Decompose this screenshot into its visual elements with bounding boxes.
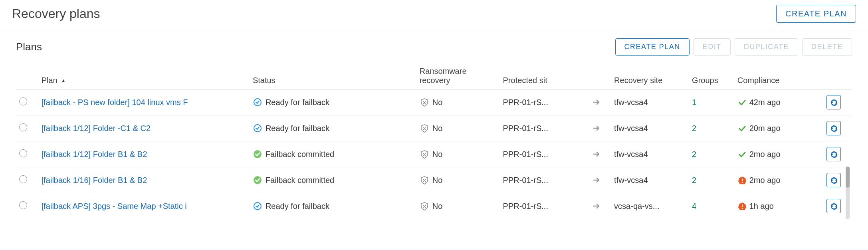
compliance-text: 42m ago xyxy=(749,98,781,107)
recovery-site: tfw-vcsa4 xyxy=(614,98,648,107)
plan-link[interactable]: [failback 1/16] Folder B1 & B2 xyxy=(42,176,147,185)
ransomware-text: No xyxy=(432,98,443,107)
arrow-right-icon xyxy=(592,97,601,107)
row-radio[interactable] xyxy=(19,149,27,157)
ransomware-text: No xyxy=(432,150,443,159)
refresh-button[interactable] xyxy=(826,199,841,213)
protected-site: PPR-01-rS... xyxy=(503,150,548,159)
refresh-button[interactable] xyxy=(826,147,841,161)
ransomware-text: No xyxy=(432,202,443,211)
status-text: Ready for failback xyxy=(266,124,329,133)
compliance-text: 2mo ago xyxy=(749,176,781,185)
refresh-icon xyxy=(829,98,838,107)
shield-x-icon xyxy=(420,175,429,185)
committed-icon xyxy=(253,149,262,159)
row-radio[interactable] xyxy=(19,97,27,105)
compliance-text: 1h ago xyxy=(749,202,774,211)
duplicate-button[interactable]: DUPLICATE xyxy=(735,38,798,56)
recovery-site: tfw-vcsa4 xyxy=(614,124,648,133)
col-groups[interactable]: Groups xyxy=(689,63,734,89)
col-protected[interactable]: Protected sit xyxy=(500,63,589,89)
col-refresh xyxy=(823,63,852,89)
col-plan[interactable]: Plan ▲ xyxy=(38,63,250,89)
check-ok-icon xyxy=(737,124,746,133)
ready-icon xyxy=(253,97,262,107)
table-row: [failback 1/12] Folder -C1 & C2 Ready fo… xyxy=(16,115,852,141)
groups-count[interactable]: 2 xyxy=(692,150,696,159)
protected-site: PPR-01-rS... xyxy=(503,98,548,107)
panel-title: Plans xyxy=(16,41,42,53)
refresh-button[interactable] xyxy=(826,173,841,187)
shield-x-icon xyxy=(420,201,429,211)
alert-icon xyxy=(737,176,746,185)
shield-x-icon xyxy=(420,123,429,133)
ransomware-text: No xyxy=(432,176,443,185)
create-plan-button[interactable]: CREATE PLAN xyxy=(615,38,690,56)
plan-link[interactable]: [failback 1/12] Folder -C1 & C2 xyxy=(42,124,151,133)
recovery-site: tfw-vcsa4 xyxy=(614,176,648,185)
edit-button[interactable]: EDIT xyxy=(694,38,731,56)
ready-icon xyxy=(253,201,262,211)
table-row: [failback APS] 3pgs - Same Map +Static i… xyxy=(16,193,852,219)
groups-count[interactable]: 2 xyxy=(692,124,696,133)
page-title: Recovery plans xyxy=(12,6,100,21)
refresh-icon xyxy=(829,202,838,210)
protected-site: PPR-01-rS... xyxy=(503,202,548,210)
col-recovery[interactable]: Recovery site xyxy=(611,63,689,89)
panel-actions: CREATE PLAN EDIT DUPLICATE DELETE xyxy=(615,38,852,56)
compliance-text: 20m ago xyxy=(749,124,781,133)
refresh-icon xyxy=(829,150,838,159)
col-compliance[interactable]: Compliance xyxy=(734,63,823,89)
arrow-right-icon xyxy=(592,123,601,133)
arrow-right-icon xyxy=(592,149,601,159)
plan-link[interactable]: [failback APS] 3pgs - Same Map +Static i xyxy=(42,202,187,210)
refresh-button[interactable] xyxy=(826,95,841,109)
groups-count[interactable]: 2 xyxy=(692,176,696,185)
col-select xyxy=(16,63,38,89)
table-row: [failback 1/12] Folder B1 & B2 Failback … xyxy=(16,141,852,167)
col-arrow xyxy=(589,63,611,89)
plan-link[interactable]: [failback 1/12] Folder B1 & B2 xyxy=(42,150,147,159)
arrow-right-icon xyxy=(592,175,601,185)
arrow-right-icon xyxy=(592,201,601,211)
page-header: Recovery plans CREATE PLAN xyxy=(0,0,868,30)
protected-site: PPR-01-rS... xyxy=(503,176,548,185)
ready-icon xyxy=(253,123,262,133)
scrollbar[interactable] xyxy=(846,167,850,219)
check-ok-icon xyxy=(737,150,746,159)
recovery-site: vcsa-qa-vs... xyxy=(614,202,659,210)
refresh-icon xyxy=(829,124,838,133)
panel-header: Plans CREATE PLAN EDIT DUPLICATE DELETE xyxy=(16,38,852,56)
plans-table: Plan ▲ Status Ransomware recovery Protec… xyxy=(16,63,852,219)
recovery-site: tfw-vcsa4 xyxy=(614,150,648,159)
row-radio[interactable] xyxy=(19,201,27,209)
create-plan-button-top[interactable]: CREATE PLAN xyxy=(776,5,856,23)
row-radio[interactable] xyxy=(19,175,27,183)
status-text: Ready for failback xyxy=(266,98,329,107)
groups-count[interactable]: 1 xyxy=(692,98,696,107)
table-row: [failback 1/16] Folder B1 & B2 Failback … xyxy=(16,167,852,193)
sort-asc-icon: ▲ xyxy=(61,78,65,83)
protected-site: PPR-01-rS... xyxy=(503,124,548,133)
status-text: Ready for failback xyxy=(266,202,329,211)
check-ok-icon xyxy=(737,98,746,107)
groups-count[interactable]: 4 xyxy=(692,202,696,210)
col-ransomware[interactable]: Ransomware recovery xyxy=(416,63,500,89)
shield-x-icon xyxy=(420,97,429,107)
refresh-icon xyxy=(829,176,838,185)
ransomware-text: No xyxy=(432,124,443,133)
status-text: Failback committed xyxy=(266,150,334,159)
row-radio[interactable] xyxy=(19,123,27,131)
col-status[interactable]: Status xyxy=(250,63,416,89)
delete-button[interactable]: DELETE xyxy=(802,38,852,56)
scrollbar-thumb[interactable] xyxy=(846,167,850,188)
table-row: [failback - PS new folder] 104 linux vms… xyxy=(16,89,852,115)
compliance-text: 2mo ago xyxy=(749,150,781,159)
status-text: Failback committed xyxy=(266,176,334,185)
plans-panel: Plans CREATE PLAN EDIT DUPLICATE DELETE … xyxy=(0,30,868,227)
alert-icon xyxy=(737,202,746,210)
col-plan-label: Plan xyxy=(42,76,57,85)
committed-icon xyxy=(253,175,262,185)
refresh-button[interactable] xyxy=(826,121,841,135)
plan-link[interactable]: [failback - PS new folder] 104 linux vms… xyxy=(42,98,188,107)
